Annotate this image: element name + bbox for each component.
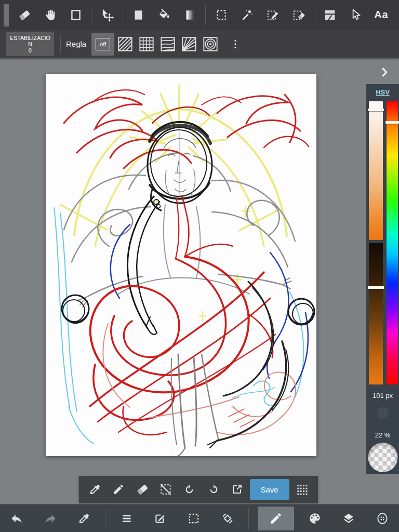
export-icon [231, 483, 243, 496]
saturation-bar[interactable] [369, 101, 383, 240]
nav-separator [105, 508, 105, 529]
fill-bucket-button[interactable] [154, 4, 175, 26]
text-icon: Aa [374, 9, 389, 21]
curve-ruler-icon [160, 36, 176, 52]
grid-ruler-button[interactable] [136, 33, 157, 56]
select-rect-tool-button[interactable] [211, 4, 232, 26]
perspective-ruler-icon [181, 36, 197, 52]
ruler-label: Regla [66, 39, 86, 48]
gradient-icon [183, 8, 196, 22]
nav-layers-button[interactable] [336, 506, 361, 531]
toolbar-separator [91, 5, 91, 25]
eraser-icon [18, 8, 31, 22]
text-tool-button[interactable]: Aa [371, 4, 392, 26]
toolbar-separator [123, 5, 123, 25]
panel-divide-icon [323, 8, 337, 22]
transparent-color-swatch[interactable] [368, 443, 397, 472]
bottom-nav-bar [0, 504, 399, 532]
fill-bucket-icon [157, 8, 171, 22]
brush-size-label: 101 px [366, 392, 399, 400]
grid-ruler-icon [139, 36, 154, 52]
eyedropper-icon [78, 512, 90, 525]
filled-rect-tool-button[interactable] [128, 4, 149, 26]
nav-eyedropper-button[interactable] [72, 506, 97, 531]
ruler-off-label: off [96, 38, 110, 50]
concentric-ruler-button[interactable] [200, 33, 221, 56]
nav-undo-button[interactable] [4, 506, 29, 531]
undo-icon [10, 512, 23, 525]
hue-bar[interactable] [387, 101, 398, 384]
cursor-icon [349, 8, 362, 22]
rotate-canvas-icon [220, 511, 235, 526]
stabilization-button[interactable]: ESTABILIZACIÓN 0 [6, 32, 54, 56]
eyedropper-button[interactable] [84, 478, 106, 501]
undo-button[interactable] [179, 478, 201, 501]
nav-palette-button[interactable] [302, 506, 327, 531]
nav-pen-button-active[interactable] [258, 507, 294, 530]
move-icon [100, 8, 114, 22]
menu-icon [120, 512, 134, 525]
tool-grid-button[interactable] [291, 478, 313, 501]
select-pen-icon [266, 8, 280, 22]
hand-tool-button[interactable] [39, 4, 60, 26]
color-panel: HSV 101 px 22 % [366, 84, 399, 474]
redo-icon [207, 483, 220, 496]
nav-redo-button[interactable] [38, 506, 63, 531]
select-rect-icon [187, 512, 201, 525]
magic-wand-icon [240, 8, 254, 22]
eraser-tool-button[interactable] [131, 478, 153, 501]
opacity-label: 22 % [366, 431, 399, 439]
perspective-ruler-button[interactable] [179, 33, 200, 56]
nav-more-button[interactable] [370, 506, 395, 531]
nav-edit-button[interactable] [148, 506, 172, 531]
eraser-tool-button[interactable] [14, 4, 35, 26]
redo-button[interactable] [203, 478, 224, 501]
artwork-sketch [46, 74, 316, 456]
eraser-icon [136, 483, 149, 496]
toolbar-separator [60, 35, 61, 53]
hue-marker[interactable] [385, 121, 399, 124]
more-vertical-icon [230, 38, 241, 50]
cursor-tool-button[interactable] [345, 4, 366, 26]
drawing-canvas[interactable] [46, 74, 316, 456]
value-bar[interactable] [369, 243, 383, 384]
parallel-ruler-button[interactable] [115, 33, 136, 56]
brush-preview-circle[interactable] [377, 407, 389, 419]
eyedropper-icon [89, 483, 101, 496]
rectangle-tool-button[interactable] [65, 4, 86, 26]
magic-wand-button[interactable] [236, 4, 257, 26]
toolbar-drag-handle[interactable] [4, 4, 9, 26]
saturation-marker[interactable] [368, 109, 384, 111]
select-eraser-icon [292, 8, 305, 22]
palette-icon [308, 512, 322, 525]
toolbar-separator [205, 5, 206, 25]
nav-menu-button[interactable] [114, 506, 139, 531]
hand-icon [43, 8, 57, 22]
select-pen-button[interactable] [262, 4, 283, 26]
curve-ruler-button[interactable] [157, 33, 178, 56]
ruler-overflow-button[interactable] [225, 33, 246, 56]
deselect-button[interactable] [155, 478, 177, 501]
collapse-panel-button[interactable] [377, 65, 392, 79]
stabilization-value: 0 [29, 47, 32, 54]
panel-divide-button[interactable] [320, 4, 340, 26]
value-marker[interactable] [368, 286, 384, 289]
save-button[interactable]: Save [250, 479, 289, 500]
select-eraser-button[interactable] [288, 4, 309, 26]
gradient-tool-button[interactable] [179, 4, 200, 26]
select-rect-icon [215, 8, 228, 22]
redo-icon [44, 512, 57, 525]
undo-icon [183, 483, 196, 496]
move-tool-button[interactable] [97, 4, 117, 26]
pen-tool-button[interactable] [108, 478, 129, 501]
quick-toolbar: Save [79, 476, 318, 503]
pen-icon [112, 483, 125, 496]
color-mode-label[interactable]: HSV [366, 88, 399, 96]
nav-select-button[interactable] [181, 506, 206, 531]
deselect-icon [159, 483, 172, 496]
stabilization-label: ESTABILIZACIÓN [10, 35, 50, 47]
nav-separator [248, 508, 249, 529]
nav-rotate-canvas-button[interactable] [215, 506, 240, 531]
export-button[interactable] [226, 478, 248, 501]
ruler-off-button[interactable]: off [91, 33, 114, 56]
